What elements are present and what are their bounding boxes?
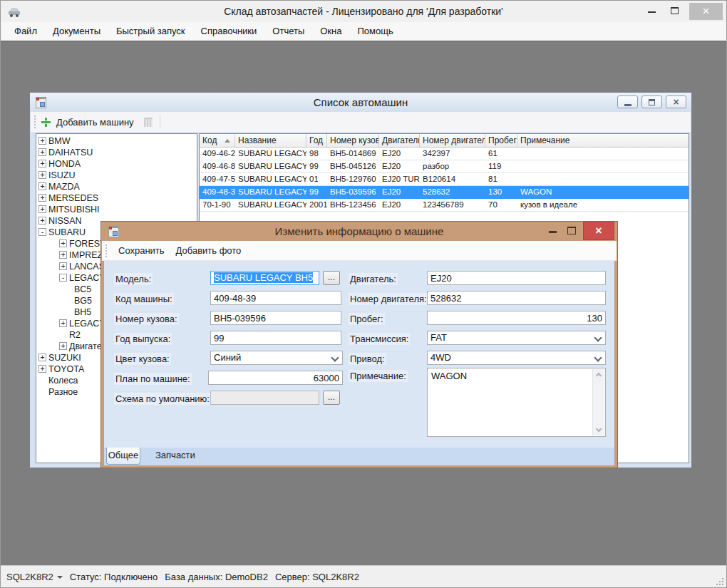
column-header-note[interactable]: Примечание (517, 134, 689, 147)
car-code-field[interactable] (210, 291, 341, 305)
tree-item-daihatsu[interactable]: +DAIHATSU (36, 147, 197, 158)
sort-ascending-icon (225, 139, 230, 143)
note-textarea[interactable]: WAGON (427, 368, 606, 437)
expander-icon[interactable]: + (38, 148, 46, 156)
tab-general[interactable]: Общее (106, 448, 140, 465)
model-field[interactable]: SUBARU LEGACY BH5 (210, 271, 319, 285)
child-minimize-button[interactable] (617, 96, 638, 108)
dialog-minimize-button[interactable] (549, 231, 557, 233)
tree-item-label: MERSEDES (48, 193, 98, 203)
dialog-maximize-button[interactable] (567, 227, 576, 234)
year-field[interactable] (210, 331, 341, 345)
expander-icon[interactable]: + (38, 137, 46, 145)
menu-item-directories[interactable]: Справочники (193, 22, 265, 41)
body-color-select[interactable]: Синий (210, 351, 343, 365)
body-color-value: Синий (214, 352, 241, 363)
close-button[interactable] (689, 3, 723, 20)
expander-icon[interactable]: + (38, 194, 46, 202)
menu-item-help[interactable]: Помощь (349, 22, 401, 41)
menu-item-reports[interactable]: Отчеты (264, 22, 312, 41)
maximize-button[interactable] (664, 1, 685, 22)
column-header-code[interactable]: Код (200, 134, 235, 147)
column-header-body-number[interactable]: Номер кузова (327, 134, 379, 147)
engine-field[interactable] (427, 271, 606, 285)
table-row[interactable]: 70-1-90 SUBARU LEGACY BH5 2001 BH5-12345… (200, 199, 689, 212)
body-number-field[interactable] (210, 311, 341, 325)
cell-engine: EJ20 (379, 199, 420, 211)
tree-item-mitsubishi[interactable]: +MITSUBISHI (36, 204, 197, 215)
table-row[interactable]: 409-46-24 SUBARU LEGACY BH5 98 BH5-01486… (200, 148, 689, 160)
menu-item-windows[interactable]: Окна (312, 22, 349, 41)
add-photo-button[interactable]: Добавить фото (176, 245, 242, 256)
column-header-year[interactable]: Год (306, 134, 327, 147)
expander-icon[interactable]: + (38, 354, 46, 361)
column-header-engine[interactable]: Двигатель (379, 134, 420, 147)
resize-grip[interactable] (722, 584, 723, 585)
combo-arrow-icon (331, 355, 339, 362)
transmission-select[interactable]: FAT (427, 331, 606, 345)
expander-icon[interactable]: - (59, 274, 67, 282)
table-row-selected[interactable]: 409-48-39 SUBARU LEGACY BH5 99 BH5-03959… (200, 186, 689, 199)
tree-item-label: ISUZU (48, 170, 76, 180)
tree-item-label: BG5 (74, 296, 92, 306)
dialog-close-button[interactable] (583, 222, 614, 240)
tree-item-honda[interactable]: +HONDA (36, 158, 197, 170)
cell-note: кузов в идеале (517, 199, 689, 211)
expander-icon[interactable]: - (38, 228, 46, 236)
tree-item-bmw[interactable]: +BMW (36, 135, 197, 147)
cell-engine-number: 528632 (420, 186, 485, 198)
tree-item-label: TOYOTA (48, 364, 84, 374)
column-header-mileage[interactable]: Пробег (485, 134, 517, 147)
drive-select[interactable]: 4WD (427, 351, 606, 365)
column-header-engine-number[interactable]: Номер двигателя (420, 134, 485, 147)
child-close-button[interactable] (666, 96, 686, 108)
default-scheme-browse-button[interactable]: ... (323, 391, 340, 405)
expander-icon[interactable]: + (59, 251, 67, 259)
connection-status: Статус: Подключено (70, 572, 158, 582)
add-car-button[interactable]: Добавить машину (36, 117, 134, 128)
cell-code: 409-48-39 (200, 186, 235, 198)
table-row[interactable]: 409-47-5 SUBARU LEGACY BH5 01 BH5-129760… (200, 173, 689, 186)
mileage-field[interactable] (427, 311, 606, 325)
menu-item-quick-launch[interactable]: Быстрый запуск (108, 22, 193, 41)
expander-icon[interactable]: + (38, 160, 46, 167)
engine-number-field[interactable] (427, 291, 606, 305)
expander-icon[interactable]: + (38, 365, 46, 373)
server-selector[interactable]: SQL2K8R2 (6, 572, 63, 582)
expander-icon[interactable]: + (59, 239, 67, 247)
delete-icon[interactable] (144, 118, 153, 127)
cell-note (517, 173, 689, 185)
tree-item-mersedes[interactable]: +MERSEDES (36, 192, 197, 204)
expander-icon[interactable]: + (59, 262, 67, 270)
tree-item-label: R2 (69, 330, 81, 340)
minimize-icon (624, 104, 631, 106)
edit-dialog-titlebar: Изменить информацию о машине (101, 222, 617, 241)
column-header-name[interactable]: Название (235, 134, 306, 147)
child-restore-button[interactable] (641, 96, 662, 108)
textarea-scrollbar[interactable] (592, 369, 604, 435)
toolbar-grip (105, 244, 107, 257)
expander-icon[interactable]: + (38, 171, 46, 179)
maximize-icon (671, 7, 679, 14)
cell-name: SUBARU LEGACY BH5 (235, 160, 306, 172)
tree-item-mazda[interactable]: +MAZDA (36, 181, 197, 192)
expander-icon[interactable]: + (38, 182, 46, 190)
minimize-button[interactable] (641, 1, 662, 22)
model-browse-button[interactable]: ... (323, 271, 340, 285)
expander-icon[interactable]: + (38, 205, 46, 213)
edit-car-dialog: Изменить информацию о машине Сохранить Д… (100, 221, 618, 468)
expander-icon[interactable]: + (38, 217, 46, 225)
car-plan-field[interactable] (208, 371, 343, 385)
car-list-toolbar: Добавить машину (31, 112, 691, 132)
expander-icon[interactable]: + (59, 319, 67, 327)
tab-parts[interactable]: Запчасти (148, 448, 202, 463)
cell-year: 98 (306, 148, 327, 160)
menu-item-documents[interactable]: Документы (45, 22, 108, 41)
table-row[interactable]: 409-46-81 SUBARU LEGACY BH5 99 BH5-04512… (200, 160, 689, 173)
menu-item-file[interactable]: Файл (6, 22, 45, 41)
main-window: Склад автозапчастей - Лицензировано для … (0, 0, 727, 588)
save-button[interactable]: Сохранить (118, 245, 165, 256)
tree-item-isuzu[interactable]: +ISUZU (36, 170, 197, 181)
expander-icon[interactable]: + (59, 342, 67, 350)
cell-mileage: 130 (485, 186, 517, 198)
